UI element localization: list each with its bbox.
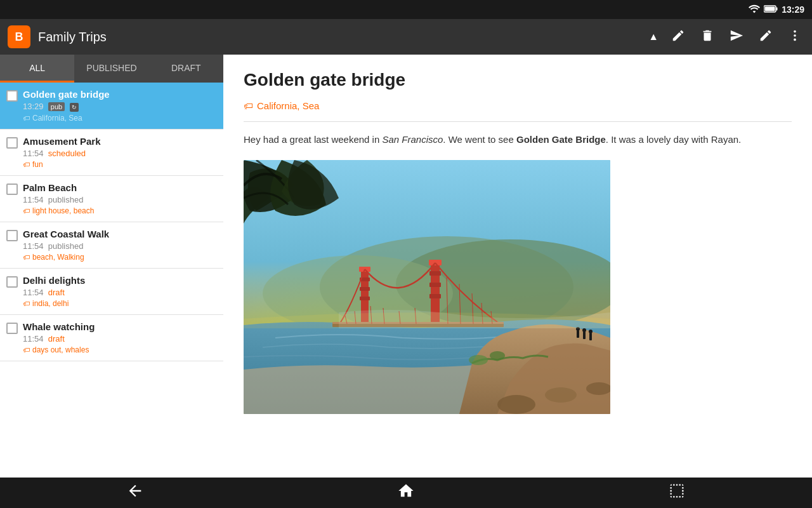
svg-rect-17: [360, 287, 370, 291]
more-options-button[interactable]: [785, 26, 804, 48]
svg-rect-21: [429, 271, 441, 276]
svg-point-5: [794, 38, 796, 41]
svg-point-41: [582, 328, 586, 332]
post-list: Golden gate bridge 13:29 pub ↻ 🏷 Califor…: [0, 83, 223, 478]
post-view-body: Hey had a great last weekend in San Fran…: [244, 132, 792, 147]
tab-all[interactable]: All: [0, 55, 74, 83]
main-layout: All Published Draft Golden gate bridge 1…: [0, 55, 812, 478]
post-checkbox-5[interactable]: [6, 276, 18, 288]
post-meta-4: 11:54 published: [23, 241, 216, 251]
post-view-tags: 🏷 California, Sea: [244, 100, 792, 111]
battery-icon: [764, 5, 778, 15]
app-icon: B: [8, 25, 30, 48]
status-bar: 13:29: [0, 0, 812, 19]
back-button[interactable]: [126, 482, 144, 504]
tag-icon-1: 🏷: [23, 114, 30, 122]
svg-point-3: [794, 30, 796, 32]
svg-point-4: [794, 34, 796, 37]
post-tags-6: 🏷 days out, whales: [23, 345, 216, 354]
post-tags-4: 🏷 beach, Walking: [23, 253, 216, 262]
status-icons: 13:29: [749, 4, 804, 15]
post-image: [244, 160, 610, 414]
tag-icon-6: 🏷: [23, 346, 30, 354]
post-checkbox-3[interactable]: [6, 184, 18, 195]
svg-rect-2: [776, 7, 778, 10]
post-tags-3: 🏷 light house, beach: [23, 206, 216, 215]
bottom-nav: [0, 478, 812, 508]
post-item-amusement-park[interactable]: Amusement Park 11:54 scheduled 🏷 fun: [0, 130, 223, 176]
top-actions: ▲: [648, 26, 804, 48]
post-item-coastal-walk[interactable]: Great Coastal Walk 11:54 published 🏷 bea…: [0, 222, 223, 269]
post-item-palm-beach[interactable]: Palm Beach 11:54 published 🏷 light house…: [0, 176, 223, 222]
post-tag-text-4: beach, Walking: [32, 253, 84, 262]
post-checkbox-6[interactable]: [6, 323, 18, 334]
post-title-1: Golden gate bridge: [23, 89, 216, 100]
post-view-title: Golden gate bridge: [244, 70, 792, 90]
tag-icon-3: 🏷: [23, 207, 30, 215]
tag-icon-5: 🏷: [23, 300, 30, 307]
post-tags-1: 🏷 California, Sea: [23, 114, 216, 123]
post-title-6: Whale watching: [23, 321, 216, 332]
post-tag-text-3: light house, beach: [32, 206, 94, 215]
tab-bar: All Published Draft: [0, 55, 223, 83]
post-title-4: Great Coastal Walk: [23, 229, 216, 239]
svg-rect-42: [589, 333, 592, 340]
svg-point-13: [469, 355, 488, 365]
post-meta-3: 11:54 published: [23, 195, 216, 204]
post-meta-2: 11:54 scheduled: [23, 149, 216, 158]
post-meta-1: 13:29 pub ↻: [23, 102, 216, 112]
post-meta-5: 11:54 draft: [23, 288, 216, 297]
svg-point-10: [497, 395, 535, 414]
svg-rect-40: [583, 331, 586, 339]
edit-pencil-button[interactable]: [669, 26, 688, 48]
svg-rect-24: [429, 260, 442, 265]
svg-point-43: [589, 330, 593, 333]
post-item-golden-gate[interactable]: Golden gate bridge 13:29 pub ↻ 🏷 Califor…: [0, 83, 223, 130]
trash-button[interactable]: [698, 26, 717, 48]
tag-icon-2: 🏷: [23, 161, 30, 168]
post-title-2: Amusement Park: [23, 136, 216, 147]
tab-published[interactable]: Published: [74, 55, 148, 83]
svg-rect-1: [765, 6, 775, 11]
svg-point-14: [490, 351, 505, 360]
post-meta-6: 11:54 draft: [23, 334, 216, 344]
compose-button[interactable]: [756, 26, 775, 48]
post-view-tag-icon: 🏷: [244, 100, 253, 111]
post-view-tag-text: California, Sea: [257, 100, 319, 111]
app-icon-letter: B: [15, 30, 23, 44]
post-checkbox-2[interactable]: [6, 137, 18, 149]
post-tag-text-1: California, Sea: [32, 114, 82, 123]
svg-rect-23: [429, 294, 441, 298]
top-bar: B Family Trips ▲: [0, 19, 812, 55]
recent-apps-button[interactable]: [668, 482, 686, 504]
left-panel: All Published Draft Golden gate bridge 1…: [0, 55, 223, 478]
post-title-3: Palm Beach: [23, 182, 216, 193]
post-tags-2: 🏷 fun: [23, 160, 216, 169]
post-checkbox-4[interactable]: [6, 230, 18, 241]
svg-rect-22: [429, 283, 441, 287]
tab-draft[interactable]: Draft: [149, 55, 223, 83]
post-item-whale-watching[interactable]: Whale watching 11:54 draft 🏷 days out, w…: [0, 315, 223, 361]
right-panel: Golden gate bridge 🏷 California, Sea Hey…: [223, 55, 812, 478]
wifi-icon: [749, 4, 760, 15]
home-button[interactable]: [397, 482, 415, 504]
share-button[interactable]: [727, 26, 746, 48]
signal-icon: ▲: [648, 31, 658, 43]
tag-icon-4: 🏷: [23, 253, 30, 261]
post-tags-5: 🏷 india, delhi: [23, 299, 216, 308]
post-tag-text-6: days out, whales: [32, 345, 89, 354]
svg-point-11: [545, 387, 577, 403]
post-item-delhi[interactable]: Delhi delights 11:54 draft 🏷 india, delh…: [0, 269, 223, 315]
post-tag-text-5: india, delhi: [32, 299, 69, 308]
app-title: Family Trips: [38, 30, 648, 44]
post-checkbox-1[interactable]: [6, 90, 18, 102]
post-title-5: Delhi delights: [23, 275, 216, 286]
svg-rect-38: [577, 330, 579, 338]
status-time: 13:29: [782, 4, 804, 15]
post-view-divider: [244, 121, 792, 122]
post-tag-text-2: fun: [32, 160, 43, 169]
svg-rect-18: [360, 297, 370, 300]
